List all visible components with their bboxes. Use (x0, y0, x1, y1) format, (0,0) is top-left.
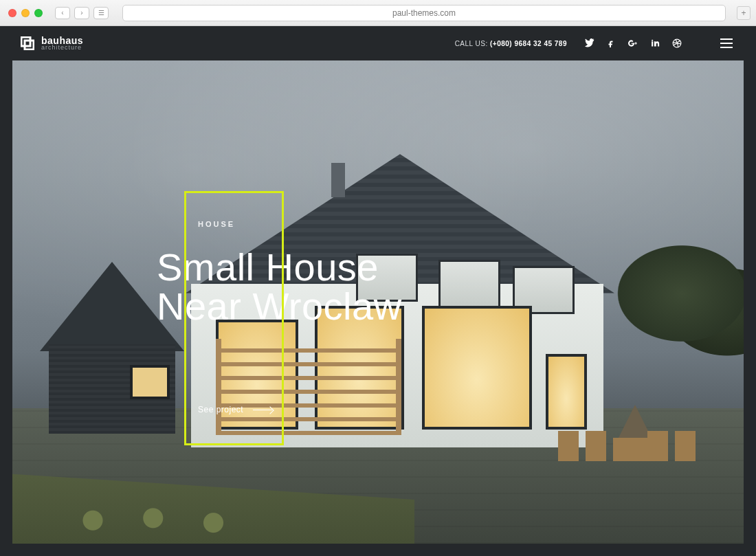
new-tab-button[interactable]: + (737, 6, 751, 20)
hero-background-patio (558, 406, 696, 461)
phone-number[interactable]: (+080) 9684 32 45 789 (490, 40, 567, 47)
linkedin-icon[interactable] (651, 38, 660, 48)
call-us-label: CALL US: (455, 40, 490, 47)
arrow-right-icon (253, 410, 272, 410)
brand[interactable]: bauhaus architecture (21, 36, 83, 51)
social-links (585, 38, 682, 48)
menu-button[interactable] (720, 38, 733, 48)
sidebar-button[interactable]: ☰ (93, 7, 109, 19)
browser-chrome: ‹ › ☰ paul-themes.com ⟳ + (0, 0, 756, 26)
facebook-icon[interactable] (607, 38, 615, 48)
page: bauhaus architecture CALL US: (+080) 968… (0, 26, 756, 556)
site-header: bauhaus architecture CALL US: (+080) 968… (0, 26, 756, 60)
hero: HOUSE Small House Near Wroclaw See proje… (12, 60, 744, 544)
hero-background-trees (606, 244, 744, 368)
hero-kicker: HOUSE (198, 220, 445, 228)
see-project-label: See project (198, 405, 243, 414)
logo-icon (21, 36, 34, 50)
forward-button[interactable]: › (74, 7, 89, 19)
close-window-button[interactable] (8, 9, 16, 17)
brand-tagline: architecture (41, 45, 83, 50)
see-project-link[interactable]: See project (198, 405, 445, 414)
zoom-window-button[interactable] (34, 9, 43, 17)
dribbble-icon[interactable] (672, 38, 682, 48)
nav-buttons: ‹ › ☰ (55, 7, 109, 19)
brand-text: bauhaus architecture (41, 36, 83, 51)
back-button[interactable]: ‹ (55, 7, 70, 19)
url-bar[interactable]: paul-themes.com (122, 5, 726, 21)
window-controls (8, 9, 43, 17)
call-us: CALL US: (+080) 9684 32 45 789 (455, 40, 567, 47)
twitter-icon[interactable] (585, 38, 594, 48)
minimize-window-button[interactable] (21, 9, 30, 17)
url-text: paul-themes.com (392, 8, 456, 18)
hero-overlay: HOUSE Small House Near Wroclaw See proje… (157, 205, 445, 414)
google-plus-icon[interactable] (627, 38, 638, 48)
hero-title: Small House Near Wroclaw (157, 247, 445, 326)
